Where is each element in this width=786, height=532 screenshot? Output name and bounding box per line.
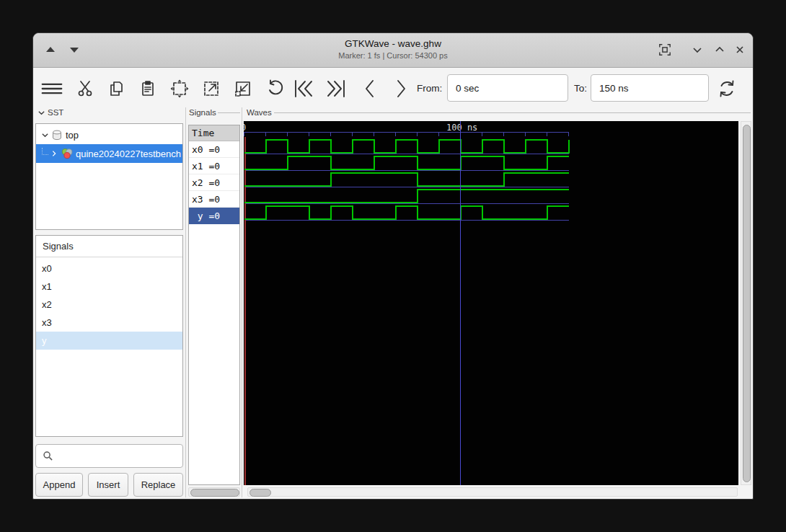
restore-icon[interactable] (712, 42, 728, 58)
signal-list-item[interactable]: x2 (36, 296, 182, 314)
undo-button[interactable] (264, 78, 286, 99)
signal-value-row[interactable]: y =0 (189, 208, 239, 224)
scrollbar-thumb[interactable] (250, 489, 271, 497)
values-hscrollbar[interactable] (188, 487, 240, 497)
signal-values-panel: Time x0 =0x1 =0x2 =0x3 =0 y =0 (188, 125, 240, 485)
copy-button[interactable] (105, 78, 127, 99)
next-edge-button[interactable] (390, 78, 412, 99)
tree-item-testbench[interactable]: quine20240227testbench (36, 144, 182, 163)
sst-expander[interactable]: SST (37, 108, 63, 117)
signal-value-row[interactable]: x2 =0 (189, 174, 239, 191)
replace-button[interactable]: Replace (133, 473, 183, 497)
skip-to-start-button[interactable] (293, 78, 315, 99)
menu-button[interactable] (41, 78, 63, 99)
reload-button[interactable] (716, 78, 738, 99)
values-frame-label: Signals (189, 108, 216, 117)
close-icon[interactable] (732, 42, 748, 58)
signal-list-item[interactable]: y (36, 332, 182, 350)
wave-trace-x0 (244, 140, 569, 153)
tree-item-label: quine20240227testbench (76, 148, 181, 159)
signal-value-row[interactable]: x0 =0 (189, 141, 239, 158)
signal-value-row[interactable]: x1 =0 (189, 158, 239, 174)
minimize-icon[interactable] (689, 42, 705, 58)
signal-search-box[interactable] (35, 444, 183, 468)
frame-border (218, 112, 240, 113)
signal-list-item[interactable]: x3 (36, 314, 182, 332)
append-button[interactable]: Append (35, 473, 83, 497)
database-icon (52, 130, 62, 141)
tree-item-top[interactable]: top (36, 125, 182, 144)
zoom-in-button[interactable] (200, 78, 222, 99)
zoom-fit-button[interactable] (169, 78, 190, 99)
titlebar: GTKWave - wave.ghw Marker: 1 fs | Cursor… (33, 33, 753, 68)
search-icon (43, 451, 53, 461)
chevron-down-icon (37, 108, 45, 117)
gtkwave-window: GTKWave - wave.ghw Marker: 1 fs | Cursor… (32, 32, 754, 500)
sst-tree-panel: top quine20240227testbench (35, 123, 183, 230)
previous-edge-button[interactable] (359, 78, 381, 99)
signals-list-panel: Signals x0x1x2x3y (35, 235, 183, 437)
wave-trace-x3 (244, 190, 569, 203)
maximize-icon[interactable] (657, 42, 673, 58)
waves-hscrollbar[interactable] (247, 487, 738, 497)
scrollbar-thumb[interactable] (190, 489, 239, 497)
wave-trace-x1 (244, 156, 569, 169)
from-input[interactable] (447, 74, 568, 102)
insert-button[interactable]: Insert (88, 473, 128, 497)
to-label: To: (574, 83, 587, 94)
signals-list-header: Signals (36, 236, 182, 257)
scrollbar-thumb[interactable] (743, 125, 751, 482)
frame-border (274, 112, 751, 113)
chevron-right-icon[interactable] (50, 149, 58, 158)
signal-list-item[interactable]: x1 (36, 278, 182, 296)
pane-splitter[interactable] (242, 107, 242, 497)
waves-vscrollbar[interactable] (741, 121, 751, 485)
module-icon (61, 148, 73, 159)
wave-canvas[interactable]: 0 100 ns (244, 121, 738, 485)
time-header[interactable]: Time (189, 125, 239, 141)
sst-header: SST (48, 108, 63, 117)
chevron-down-icon[interactable] (40, 130, 49, 139)
skip-to-end-button[interactable] (324, 78, 346, 99)
window-title: GTKWave - wave.ghw (33, 38, 753, 49)
cut-button[interactable] (74, 78, 96, 99)
waves-frame-label: Waves (247, 108, 272, 117)
zoom-out-button[interactable] (232, 78, 254, 99)
wave-trace-y (244, 206, 569, 219)
signal-value-row[interactable]: x3 =0 (189, 191, 239, 208)
wave-trace-x2 (244, 173, 569, 186)
marker-cursor-status: Marker: 1 fs | Cursor: 54300 ps (33, 51, 753, 60)
pane-splitter[interactable] (185, 107, 186, 497)
tree-item-label: top (66, 130, 79, 141)
to-input[interactable] (591, 74, 709, 102)
tree-connector (42, 148, 48, 155)
from-label: From: (417, 83, 442, 94)
search-input[interactable] (53, 444, 183, 468)
paste-button[interactable] (137, 78, 159, 99)
signal-list-item[interactable]: x0 (36, 260, 182, 278)
